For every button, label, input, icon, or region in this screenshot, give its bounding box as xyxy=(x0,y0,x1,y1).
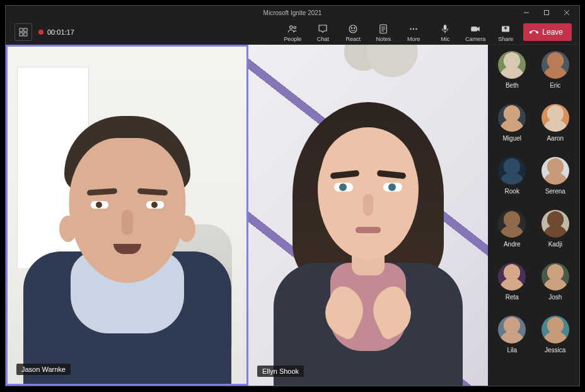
share-icon xyxy=(500,23,511,35)
chat-button[interactable]: Chat xyxy=(310,22,335,42)
leave-button[interactable]: Leave xyxy=(523,23,572,41)
call-toolbar: 00:01:17 People Chat xyxy=(6,20,579,45)
participant-miguel[interactable]: Miguel xyxy=(492,104,533,154)
participant-name: Reta xyxy=(506,294,519,301)
participant-josh[interactable]: Josh xyxy=(535,263,576,313)
participant-andre[interactable]: Andre xyxy=(492,210,533,260)
video-area: Jason Warnke Ellyn Shook xyxy=(6,45,488,386)
avatar xyxy=(542,157,569,185)
window-title: Microsoft Ignite 2021 xyxy=(264,9,322,16)
svg-point-19 xyxy=(416,28,417,29)
mic-button[interactable]: Mic xyxy=(432,22,458,42)
recording-indicator: 00:01:17 xyxy=(38,28,74,36)
participant-aaron[interactable]: Aaron xyxy=(535,104,576,154)
svg-rect-5 xyxy=(24,28,27,32)
avatar xyxy=(542,210,569,238)
participant-lila[interactable]: Lila xyxy=(492,316,533,366)
chat-icon xyxy=(317,23,328,35)
participant-name: Josh xyxy=(548,294,562,301)
svg-rect-22 xyxy=(472,26,478,32)
call-stage: Jason Warnke Ellyn Shook BethEr xyxy=(6,45,579,386)
svg-point-11 xyxy=(351,27,352,28)
record-dot-icon xyxy=(38,30,43,35)
participant-beth[interactable]: Beth xyxy=(492,51,533,101)
participant-name: Aaron xyxy=(547,135,564,142)
svg-rect-4 xyxy=(20,28,23,32)
minimize-button[interactable] xyxy=(518,6,535,19)
avatar xyxy=(542,263,569,291)
call-timer: 00:01:17 xyxy=(47,28,74,36)
avatar xyxy=(542,104,569,132)
participant-name: Eric xyxy=(550,82,560,89)
participant-name: Rook xyxy=(505,188,519,195)
window-controls xyxy=(518,6,579,20)
people-icon xyxy=(287,23,298,35)
avatar xyxy=(498,210,526,238)
participant-name: Miguel xyxy=(503,135,521,142)
participant-name: Beth xyxy=(506,82,519,89)
video-tile-ellyn[interactable]: Ellyn Shook xyxy=(248,45,488,386)
participant-reta[interactable]: Reta xyxy=(492,263,533,313)
react-button[interactable]: React xyxy=(340,22,366,42)
participant-name: Andre xyxy=(504,241,521,248)
hangup-icon xyxy=(530,28,538,37)
notes-button[interactable]: Notes xyxy=(371,22,396,42)
participant-roster: BethEricMiguelAaronRookSerenaAndreKadjiR… xyxy=(488,45,579,386)
participant-name: Serena xyxy=(545,188,565,195)
participant-eric[interactable]: Eric xyxy=(535,51,576,101)
svg-rect-7 xyxy=(24,33,27,36)
svg-rect-1 xyxy=(545,11,549,15)
camera-button[interactable]: Camera xyxy=(463,22,488,42)
avatar xyxy=(498,104,526,132)
mic-icon xyxy=(439,23,451,35)
camera-icon xyxy=(470,23,481,35)
nametag-ellyn: Ellyn Shook xyxy=(257,366,304,377)
avatar xyxy=(542,51,569,79)
participant-name: Lila xyxy=(507,347,517,354)
react-icon xyxy=(347,23,359,35)
share-button[interactable]: Share xyxy=(493,22,518,42)
nametag-jason: Jason Warnke xyxy=(16,364,71,375)
participant-rook[interactable]: Rook xyxy=(492,157,533,207)
avatar xyxy=(498,51,526,79)
avatar xyxy=(542,316,569,343)
svg-rect-20 xyxy=(444,25,447,30)
more-icon xyxy=(408,23,419,35)
svg-point-9 xyxy=(294,26,296,28)
title-bar: Microsoft Ignite 2021 xyxy=(6,6,579,20)
video-tile-jason[interactable]: Jason Warnke xyxy=(6,45,248,386)
avatar xyxy=(498,316,526,343)
participant-kadji[interactable]: Kadji xyxy=(535,210,576,260)
notes-icon xyxy=(378,23,389,35)
svg-point-17 xyxy=(410,28,412,29)
svg-rect-6 xyxy=(20,33,23,36)
layout-grid-button[interactable] xyxy=(14,23,32,41)
participant-jessica[interactable]: Jessica xyxy=(535,316,576,366)
maximize-button[interactable] xyxy=(538,6,555,19)
teams-window: Microsoft Ignite 2021 xyxy=(5,5,580,386)
more-button[interactable]: More xyxy=(401,22,426,42)
participant-name: Jessica xyxy=(545,347,565,354)
avatar xyxy=(498,157,526,185)
participant-serena[interactable]: Serena xyxy=(535,157,576,207)
svg-point-10 xyxy=(349,25,357,33)
people-button[interactable]: People xyxy=(280,22,305,42)
svg-point-8 xyxy=(290,25,293,28)
svg-point-12 xyxy=(354,27,356,28)
avatar xyxy=(498,263,526,291)
participant-name: Kadji xyxy=(548,241,562,248)
grid-icon xyxy=(19,28,28,37)
svg-point-18 xyxy=(413,28,414,29)
close-button[interactable] xyxy=(558,6,576,19)
